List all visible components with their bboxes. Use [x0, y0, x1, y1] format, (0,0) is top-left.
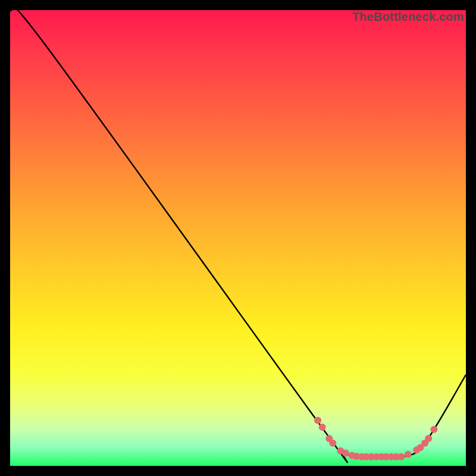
marker-group — [314, 416, 437, 460]
marker-point — [430, 426, 437, 433]
curve-line — [10, 10, 466, 462]
marker-point — [397, 453, 405, 461]
marker-point — [329, 440, 336, 447]
marker-point — [314, 416, 321, 424]
marker-point — [425, 435, 432, 442]
chart-svg — [10, 10, 466, 466]
marker-point — [319, 424, 326, 431]
marker-point — [342, 450, 349, 457]
marker-point — [405, 451, 412, 458]
chart-area: TheBottleneck.com — [10, 10, 466, 466]
